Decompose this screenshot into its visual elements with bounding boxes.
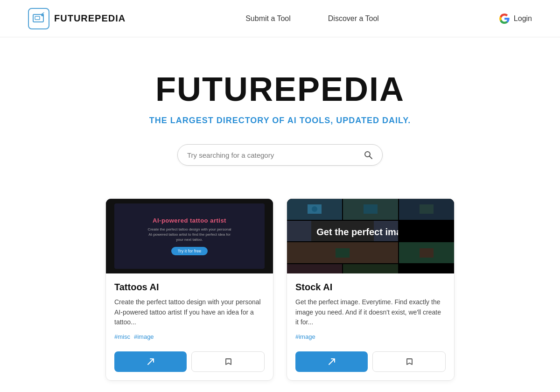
logo-icon — [28, 8, 49, 29]
card-body-stock: Stock AI Get the perfect image. Everytim… — [287, 273, 454, 351]
card-stock-ai: Get the perfect image. Everytime. Stock … — [287, 198, 455, 381]
search-input[interactable] — [187, 151, 364, 159]
tag-image[interactable]: #image — [134, 333, 154, 340]
nav-discover-tool[interactable]: Discover a Tool — [328, 14, 379, 23]
stock-cell-4: Get the perfect image. Everytime. — [287, 221, 398, 242]
svg-text:Get the perfect image. Everyti: Get the perfect image. Everytime. — [316, 227, 398, 237]
tag-misc[interactable]: #misc — [114, 333, 130, 340]
tattoo-img-text: Create the perfect tattoo design with yo… — [147, 227, 231, 243]
login-label: Login — [514, 14, 532, 23]
logo-text: FUTUREPEDIA — [54, 13, 126, 24]
svg-line-5 — [370, 156, 372, 159]
svg-point-2 — [41, 14, 44, 16]
svg-rect-14 — [308, 264, 322, 273]
bookmark-button-stock[interactable] — [372, 351, 446, 372]
login-button[interactable]: Login — [499, 13, 532, 24]
nav-links: Submit a Tool Discover a Tool — [245, 14, 379, 23]
open-button-stock[interactable] — [295, 351, 368, 372]
hero-title: FUTUREPEDIA — [9, 70, 551, 108]
stock-cell-6 — [399, 242, 454, 263]
card-title-stock: Stock AI — [295, 282, 446, 293]
bookmark-button-tattoos[interactable] — [191, 351, 265, 372]
card-tags-stock: #image — [295, 333, 446, 340]
svg-rect-9 — [420, 204, 434, 214]
card-tattoos-ai: AI-powered tattoo artist Create the perf… — [105, 198, 273, 381]
open-button-tattoos[interactable] — [114, 351, 187, 372]
card-body-tattoos: Tattoos AI Create the perfect tattoo des… — [106, 273, 273, 351]
svg-rect-8 — [364, 204, 378, 214]
card-title-tattoos: Tattoos AI — [114, 282, 265, 293]
stock-cell-8 — [343, 264, 398, 273]
svg-rect-15 — [364, 264, 378, 273]
card-image-tattoos: AI-powered tattoo artist Create the perf… — [106, 199, 273, 273]
hero-subtitle: THE LARGEST DIRECTORY OF AI TOOLS, UPDAT… — [9, 116, 551, 126]
logo[interactable]: FUTUREPEDIA — [28, 8, 126, 29]
nav-submit-tool[interactable]: Submit a Tool — [245, 14, 291, 23]
card-desc-stock: Get the perfect image. Everytime. Find e… — [295, 297, 446, 328]
svg-rect-13 — [420, 248, 434, 258]
svg-rect-1 — [35, 16, 40, 20]
stock-cell-7 — [287, 264, 342, 273]
search-icon[interactable] — [364, 150, 373, 160]
stock-cell-3 — [399, 199, 454, 220]
google-icon — [499, 13, 510, 24]
card-actions-stock — [287, 351, 454, 380]
svg-line-3 — [42, 13, 44, 14]
hero-section: FUTUREPEDIA THE LARGEST DIRECTORY OF AI … — [0, 37, 560, 189]
svg-rect-12 — [336, 248, 350, 258]
search-bar — [177, 144, 383, 166]
tag-image-stock[interactable]: #image — [295, 333, 315, 340]
card-tags-tattoos: #misc #image — [114, 333, 265, 340]
card-desc-tattoos: Create the perfect tattoo design with yo… — [114, 297, 265, 328]
card-actions-tattoos — [106, 351, 273, 380]
stock-cell-1 — [287, 199, 342, 220]
card-image-stock: Get the perfect image. Everytime. — [287, 199, 454, 273]
cards-grid: AI-powered tattoo artist Create the perf… — [0, 189, 560, 392]
stock-cell-5 — [287, 242, 398, 263]
stock-cell-2 — [343, 199, 398, 220]
tattoo-img-title: AI-powered tattoo artist — [153, 217, 226, 224]
svg-point-7 — [312, 206, 317, 212]
tattoo-img-btn[interactable]: Try it for free — [171, 247, 208, 255]
